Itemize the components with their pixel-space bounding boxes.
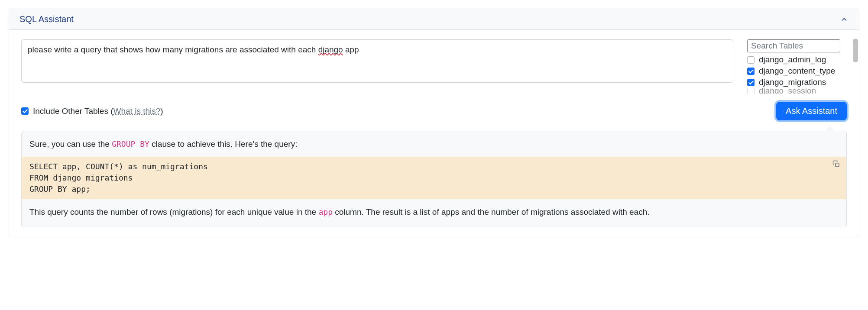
table-checkbox[interactable]: [747, 68, 755, 75]
include-other-label: Include Other Tables (What is this?): [33, 107, 163, 116]
svg-rect-0: [836, 163, 839, 166]
what-is-this-link[interactable]: What is this?: [113, 107, 161, 116]
panel-header[interactable]: SQL Assistant: [9, 9, 859, 30]
panel-body: please write a query that shows how many…: [9, 30, 859, 237]
include-other-tables-option: Include Other Tables (What is this?): [21, 107, 163, 116]
table-item[interactable]: django_content_type: [747, 65, 847, 77]
table-list: django_admin_log django_content_type dja…: [747, 54, 847, 94]
ask-assistant-button[interactable]: Ask Assistant: [776, 102, 847, 120]
response-paragraph: This query counts the number of rows (mi…: [22, 206, 846, 219]
inline-code: GROUP BY: [112, 139, 149, 149]
table-name: django_migrations: [759, 78, 826, 87]
prompt-textarea[interactable]: please write a query that shows how many…: [21, 39, 733, 83]
chevron-up-icon: [840, 15, 849, 24]
options-row: Include Other Tables (What is this?) Ask…: [21, 102, 847, 120]
table-item[interactable]: django_admin_log: [747, 54, 847, 65]
tables-panel: django_admin_log django_content_type dja…: [747, 39, 847, 94]
table-item[interactable]: django_session: [747, 88, 847, 94]
table-checkbox[interactable]: [747, 79, 755, 86]
scrollbar-thumb[interactable]: [853, 39, 858, 62]
sql-assistant-panel: SQL Assistant please write a query that …: [9, 9, 859, 237]
table-name: django_session: [759, 88, 816, 94]
include-other-checkbox[interactable]: [21, 107, 29, 115]
copy-icon[interactable]: [832, 160, 840, 168]
inline-code: app: [318, 207, 333, 216]
response-arrow: [826, 127, 834, 131]
table-checkbox[interactable]: [747, 56, 755, 64]
table-item[interactable]: django_migrations: [747, 77, 847, 88]
sql-code-block: SELECT app, COUNT(*) as num_migrations F…: [22, 157, 846, 199]
search-tables-input[interactable]: [747, 39, 840, 52]
response-paragraph: Sure, you can use the GROUP BY clause to…: [22, 138, 846, 151]
input-row: please write a query that shows how many…: [21, 39, 847, 94]
assistant-response: Sure, you can use the GROUP BY clause to…: [21, 131, 847, 227]
table-checkbox[interactable]: [747, 88, 755, 94]
spellcheck-word: django: [318, 45, 343, 54]
panel-title: SQL Assistant: [19, 14, 74, 24]
table-name: django_admin_log: [759, 55, 826, 65]
table-name: django_content_type: [759, 66, 835, 76]
